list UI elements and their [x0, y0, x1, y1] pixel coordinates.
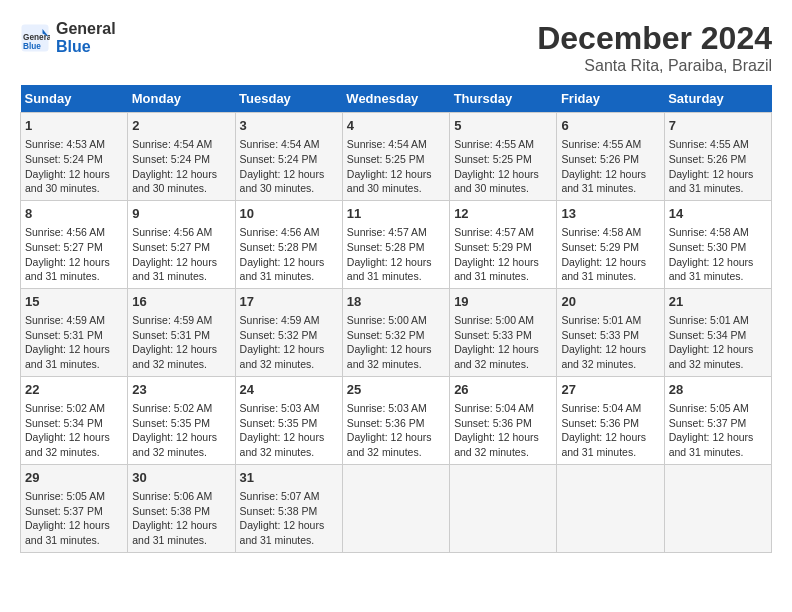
- day-info: Sunrise: 4:53 AMSunset: 5:24 PMDaylight:…: [25, 137, 123, 196]
- calendar-cell: [664, 464, 771, 552]
- calendar-body: 1Sunrise: 4:53 AMSunset: 5:24 PMDaylight…: [21, 113, 772, 553]
- calendar-cell: 22Sunrise: 5:02 AMSunset: 5:34 PMDayligh…: [21, 376, 128, 464]
- calendar-cell: 8Sunrise: 4:56 AMSunset: 5:27 PMDaylight…: [21, 200, 128, 288]
- calendar-table: SundayMondayTuesdayWednesdayThursdayFrid…: [20, 85, 772, 553]
- day-info: Sunrise: 5:02 AMSunset: 5:34 PMDaylight:…: [25, 401, 123, 460]
- day-number: 13: [561, 205, 659, 223]
- calendar-cell: 1Sunrise: 4:53 AMSunset: 5:24 PMDaylight…: [21, 113, 128, 201]
- day-number: 12: [454, 205, 552, 223]
- day-number: 7: [669, 117, 767, 135]
- day-number: 1: [25, 117, 123, 135]
- calendar-cell: 6Sunrise: 4:55 AMSunset: 5:26 PMDaylight…: [557, 113, 664, 201]
- header: General Blue General Blue December 2024 …: [20, 20, 772, 75]
- day-info: Sunrise: 5:05 AMSunset: 5:37 PMDaylight:…: [25, 489, 123, 548]
- svg-text:Blue: Blue: [23, 42, 41, 51]
- day-info: Sunrise: 4:56 AMSunset: 5:27 PMDaylight:…: [25, 225, 123, 284]
- day-info: Sunrise: 5:00 AMSunset: 5:32 PMDaylight:…: [347, 313, 445, 372]
- column-header-thursday: Thursday: [450, 85, 557, 113]
- day-info: Sunrise: 4:59 AMSunset: 5:32 PMDaylight:…: [240, 313, 338, 372]
- day-info: Sunrise: 5:02 AMSunset: 5:35 PMDaylight:…: [132, 401, 230, 460]
- week-row-3: 15Sunrise: 4:59 AMSunset: 5:31 PMDayligh…: [21, 288, 772, 376]
- day-number: 16: [132, 293, 230, 311]
- week-row-5: 29Sunrise: 5:05 AMSunset: 5:37 PMDayligh…: [21, 464, 772, 552]
- calendar-cell: 2Sunrise: 4:54 AMSunset: 5:24 PMDaylight…: [128, 113, 235, 201]
- day-info: Sunrise: 5:06 AMSunset: 5:38 PMDaylight:…: [132, 489, 230, 548]
- calendar-cell: 12Sunrise: 4:57 AMSunset: 5:29 PMDayligh…: [450, 200, 557, 288]
- calendar-cell: 3Sunrise: 4:54 AMSunset: 5:24 PMDaylight…: [235, 113, 342, 201]
- column-header-tuesday: Tuesday: [235, 85, 342, 113]
- logo: General Blue General Blue: [20, 20, 116, 56]
- calendar-cell: 27Sunrise: 5:04 AMSunset: 5:36 PMDayligh…: [557, 376, 664, 464]
- calendar-cell: 29Sunrise: 5:05 AMSunset: 5:37 PMDayligh…: [21, 464, 128, 552]
- day-number: 6: [561, 117, 659, 135]
- day-info: Sunrise: 4:54 AMSunset: 5:24 PMDaylight:…: [132, 137, 230, 196]
- day-number: 2: [132, 117, 230, 135]
- week-row-4: 22Sunrise: 5:02 AMSunset: 5:34 PMDayligh…: [21, 376, 772, 464]
- day-info: Sunrise: 4:54 AMSunset: 5:25 PMDaylight:…: [347, 137, 445, 196]
- calendar-cell: 23Sunrise: 5:02 AMSunset: 5:35 PMDayligh…: [128, 376, 235, 464]
- day-number: 23: [132, 381, 230, 399]
- day-number: 24: [240, 381, 338, 399]
- day-info: Sunrise: 5:05 AMSunset: 5:37 PMDaylight:…: [669, 401, 767, 460]
- calendar-cell: 13Sunrise: 4:58 AMSunset: 5:29 PMDayligh…: [557, 200, 664, 288]
- week-row-2: 8Sunrise: 4:56 AMSunset: 5:27 PMDaylight…: [21, 200, 772, 288]
- day-info: Sunrise: 5:00 AMSunset: 5:33 PMDaylight:…: [454, 313, 552, 372]
- day-info: Sunrise: 5:01 AMSunset: 5:34 PMDaylight:…: [669, 313, 767, 372]
- calendar-cell: [342, 464, 449, 552]
- day-number: 26: [454, 381, 552, 399]
- day-info: Sunrise: 4:58 AMSunset: 5:29 PMDaylight:…: [561, 225, 659, 284]
- day-number: 9: [132, 205, 230, 223]
- day-info: Sunrise: 5:04 AMSunset: 5:36 PMDaylight:…: [561, 401, 659, 460]
- calendar-subtitle: Santa Rita, Paraiba, Brazil: [537, 57, 772, 75]
- day-info: Sunrise: 5:07 AMSunset: 5:38 PMDaylight:…: [240, 489, 338, 548]
- day-info: Sunrise: 5:04 AMSunset: 5:36 PMDaylight:…: [454, 401, 552, 460]
- day-info: Sunrise: 4:57 AMSunset: 5:29 PMDaylight:…: [454, 225, 552, 284]
- calendar-cell: 25Sunrise: 5:03 AMSunset: 5:36 PMDayligh…: [342, 376, 449, 464]
- day-info: Sunrise: 4:59 AMSunset: 5:31 PMDaylight:…: [25, 313, 123, 372]
- day-number: 17: [240, 293, 338, 311]
- calendar-header-row: SundayMondayTuesdayWednesdayThursdayFrid…: [21, 85, 772, 113]
- day-number: 15: [25, 293, 123, 311]
- day-number: 20: [561, 293, 659, 311]
- calendar-cell: 4Sunrise: 4:54 AMSunset: 5:25 PMDaylight…: [342, 113, 449, 201]
- day-number: 11: [347, 205, 445, 223]
- calendar-cell: 20Sunrise: 5:01 AMSunset: 5:33 PMDayligh…: [557, 288, 664, 376]
- calendar-cell: 28Sunrise: 5:05 AMSunset: 5:37 PMDayligh…: [664, 376, 771, 464]
- day-info: Sunrise: 5:03 AMSunset: 5:35 PMDaylight:…: [240, 401, 338, 460]
- day-info: Sunrise: 4:55 AMSunset: 5:25 PMDaylight:…: [454, 137, 552, 196]
- column-header-sunday: Sunday: [21, 85, 128, 113]
- calendar-cell: 30Sunrise: 5:06 AMSunset: 5:38 PMDayligh…: [128, 464, 235, 552]
- day-info: Sunrise: 4:59 AMSunset: 5:31 PMDaylight:…: [132, 313, 230, 372]
- day-number: 19: [454, 293, 552, 311]
- day-info: Sunrise: 5:03 AMSunset: 5:36 PMDaylight:…: [347, 401, 445, 460]
- calendar-cell: 10Sunrise: 4:56 AMSunset: 5:28 PMDayligh…: [235, 200, 342, 288]
- calendar-cell: 16Sunrise: 4:59 AMSunset: 5:31 PMDayligh…: [128, 288, 235, 376]
- title-area: December 2024 Santa Rita, Paraiba, Brazi…: [537, 20, 772, 75]
- column-header-friday: Friday: [557, 85, 664, 113]
- day-number: 21: [669, 293, 767, 311]
- calendar-cell: 31Sunrise: 5:07 AMSunset: 5:38 PMDayligh…: [235, 464, 342, 552]
- week-row-1: 1Sunrise: 4:53 AMSunset: 5:24 PMDaylight…: [21, 113, 772, 201]
- calendar-cell: 5Sunrise: 4:55 AMSunset: 5:25 PMDaylight…: [450, 113, 557, 201]
- calendar-cell: 11Sunrise: 4:57 AMSunset: 5:28 PMDayligh…: [342, 200, 449, 288]
- calendar-cell: [557, 464, 664, 552]
- day-number: 30: [132, 469, 230, 487]
- day-number: 27: [561, 381, 659, 399]
- day-number: 3: [240, 117, 338, 135]
- column-header-wednesday: Wednesday: [342, 85, 449, 113]
- day-number: 5: [454, 117, 552, 135]
- column-header-monday: Monday: [128, 85, 235, 113]
- logo-icon: General Blue: [20, 23, 50, 53]
- calendar-cell: 24Sunrise: 5:03 AMSunset: 5:35 PMDayligh…: [235, 376, 342, 464]
- calendar-cell: 18Sunrise: 5:00 AMSunset: 5:32 PMDayligh…: [342, 288, 449, 376]
- calendar-cell: 14Sunrise: 4:58 AMSunset: 5:30 PMDayligh…: [664, 200, 771, 288]
- calendar-cell: [450, 464, 557, 552]
- logo-line2: Blue: [56, 38, 116, 56]
- day-info: Sunrise: 4:54 AMSunset: 5:24 PMDaylight:…: [240, 137, 338, 196]
- calendar-cell: 21Sunrise: 5:01 AMSunset: 5:34 PMDayligh…: [664, 288, 771, 376]
- day-info: Sunrise: 4:56 AMSunset: 5:27 PMDaylight:…: [132, 225, 230, 284]
- day-info: Sunrise: 4:55 AMSunset: 5:26 PMDaylight:…: [669, 137, 767, 196]
- calendar-cell: 17Sunrise: 4:59 AMSunset: 5:32 PMDayligh…: [235, 288, 342, 376]
- day-number: 29: [25, 469, 123, 487]
- calendar-title: December 2024: [537, 20, 772, 57]
